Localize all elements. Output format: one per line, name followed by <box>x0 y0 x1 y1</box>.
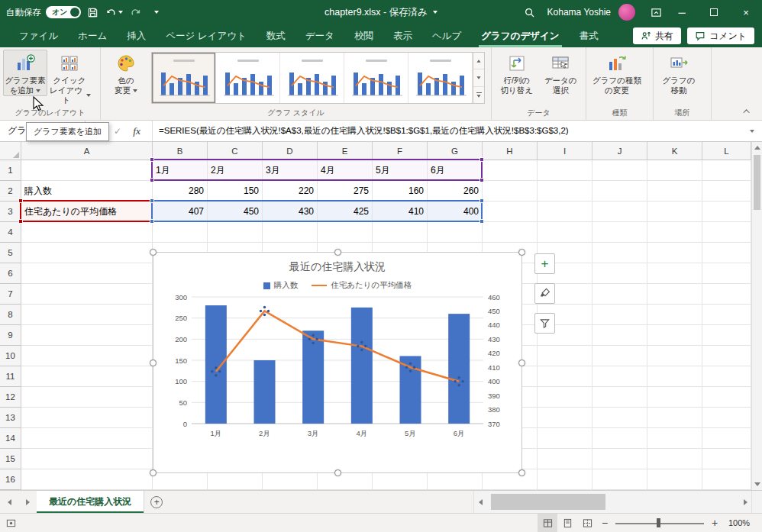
chart-style-1[interactable] <box>152 53 216 103</box>
chart-style-2[interactable] <box>216 53 280 103</box>
cell-G4[interactable] <box>428 222 483 243</box>
cell-J9[interactable] <box>592 325 647 346</box>
save-button[interactable] <box>82 2 102 22</box>
cell-K7[interactable] <box>647 284 702 305</box>
cell-H1[interactable] <box>483 160 538 181</box>
cell-A5[interactable] <box>21 243 153 263</box>
row-header-11[interactable]: 11 <box>0 366 21 387</box>
tab-insert[interactable]: 挿入 <box>117 24 156 47</box>
row-header-15[interactable]: 15 <box>0 449 21 469</box>
cell-A4[interactable] <box>21 222 153 243</box>
cell-K3[interactable] <box>647 202 702 222</box>
cell-G2[interactable]: 260 <box>428 181 483 202</box>
zoom-slider-thumb[interactable] <box>657 518 660 527</box>
quick-layout-button[interactable]: クイック レイアウト <box>47 50 92 106</box>
add-chart-element-button[interactable]: グラフ要素 を追加 <box>3 50 47 96</box>
gallery-scroll-down-button[interactable] <box>473 69 484 86</box>
col-header-L[interactable]: L <box>702 142 751 160</box>
cell-K10[interactable] <box>647 346 702 366</box>
row-header-7[interactable]: 7 <box>0 284 21 305</box>
undo-button[interactable] <box>104 2 124 22</box>
cell-L13[interactable] <box>702 408 751 428</box>
col-header-A[interactable]: A <box>21 142 153 160</box>
cell-A16[interactable] <box>21 469 153 490</box>
cell-L4[interactable] <box>702 222 751 243</box>
tab-file[interactable]: ファイル <box>9 24 68 47</box>
col-header-J[interactable]: J <box>592 142 647 160</box>
tab-page-layout[interactable]: ページ レイアウト <box>156 24 257 47</box>
embedded-chart[interactable]: 最近の住宅購入状況 購入数住宅あたりの平均価格 0501001502002503… <box>153 252 522 473</box>
cell-L11[interactable] <box>702 366 751 387</box>
cell-B3[interactable]: 407 <box>153 202 208 222</box>
cell-K14[interactable] <box>647 428 702 449</box>
cell-I4[interactable] <box>538 222 592 243</box>
formula-input[interactable]: =SERIES(最近の住宅購入状況!$A$3,最近の住宅購入状況!$B$1:$G… <box>153 121 742 141</box>
cell-A10[interactable] <box>21 346 153 366</box>
switch-row-column-button[interactable]: 行/列の 切り替え <box>495 50 539 96</box>
cell-B2[interactable]: 280 <box>153 181 208 202</box>
cell-K15[interactable] <box>647 449 702 469</box>
cell-K12[interactable] <box>647 387 702 408</box>
row-header-12[interactable]: 12 <box>0 387 21 408</box>
chart-resize-handle[interactable] <box>150 360 157 366</box>
cell-A8[interactable] <box>21 305 153 325</box>
row-header-3[interactable]: 3 <box>0 202 21 222</box>
cell-J15[interactable] <box>592 449 647 469</box>
cell-F2[interactable]: 160 <box>373 181 428 202</box>
cell-E2[interactable]: 275 <box>318 181 373 202</box>
cell-F4[interactable] <box>373 222 428 243</box>
cell-J8[interactable] <box>592 305 647 325</box>
col-header-D[interactable]: D <box>263 142 318 160</box>
cell-L6[interactable] <box>702 263 751 284</box>
cell-J4[interactable] <box>592 222 647 243</box>
cell-A13[interactable] <box>21 408 153 428</box>
cell-L8[interactable] <box>702 305 751 325</box>
next-sheet-button[interactable] <box>18 491 37 513</box>
ribbon-display-options-button[interactable] <box>646 2 666 22</box>
change-chart-type-button[interactable]: グラフの種類 の変更 <box>589 50 644 96</box>
normal-view-button[interactable] <box>538 514 557 532</box>
cell-J5[interactable] <box>592 243 647 263</box>
maximize-button[interactable] <box>698 0 730 24</box>
minimize-button[interactable]: ─ <box>666 0 698 24</box>
tab-formulas[interactable]: 数式 <box>257 24 295 47</box>
col-header-G[interactable]: G <box>428 142 483 160</box>
cell-L2[interactable] <box>702 181 751 202</box>
chart-resize-handle[interactable] <box>518 249 525 256</box>
search-button[interactable] <box>520 2 540 22</box>
cell-E1[interactable]: 4月 <box>318 160 373 181</box>
cell-L7[interactable] <box>702 284 751 305</box>
select-data-button[interactable]: データの 選択 <box>539 50 583 96</box>
cell-K6[interactable] <box>647 263 702 284</box>
horizontal-scrollbar[interactable] <box>473 491 751 513</box>
cell-J2[interactable] <box>592 181 647 202</box>
chart-title[interactable]: 最近の住宅購入状況 <box>153 260 521 274</box>
cell-C2[interactable]: 150 <box>208 181 263 202</box>
cell-B4[interactable] <box>153 222 208 243</box>
cell-J1[interactable] <box>592 160 647 181</box>
cell-I12[interactable] <box>538 387 592 408</box>
col-header-C[interactable]: C <box>208 142 263 160</box>
col-header-I[interactable]: I <box>538 142 592 160</box>
row-header-14[interactable]: 14 <box>0 428 21 449</box>
previous-sheet-button[interactable] <box>0 491 18 513</box>
cell-I2[interactable] <box>538 181 592 202</box>
cell-L15[interactable] <box>702 449 751 469</box>
accept-formula-button[interactable]: ✓ <box>114 126 121 137</box>
cell-H4[interactable] <box>483 222 538 243</box>
tab-home[interactable]: ホーム <box>68 24 117 47</box>
cell-I10[interactable] <box>538 346 592 366</box>
qat-customize-button[interactable] <box>147 2 166 22</box>
cell-C3[interactable]: 450 <box>208 202 263 222</box>
scroll-down-button[interactable] <box>752 479 762 490</box>
cell-I3[interactable] <box>538 202 592 222</box>
macro-record-icon[interactable] <box>6 518 16 528</box>
row-header-10[interactable]: 10 <box>0 346 21 366</box>
collapse-ribbon-button[interactable] <box>739 105 756 118</box>
col-header-E[interactable]: E <box>318 142 373 160</box>
chart-elements-button[interactable]: + <box>534 253 555 274</box>
cell-A9[interactable] <box>21 325 153 346</box>
cell-K4[interactable] <box>647 222 702 243</box>
zoom-slider[interactable] <box>614 514 705 532</box>
col-header-B[interactable]: B <box>153 142 208 160</box>
